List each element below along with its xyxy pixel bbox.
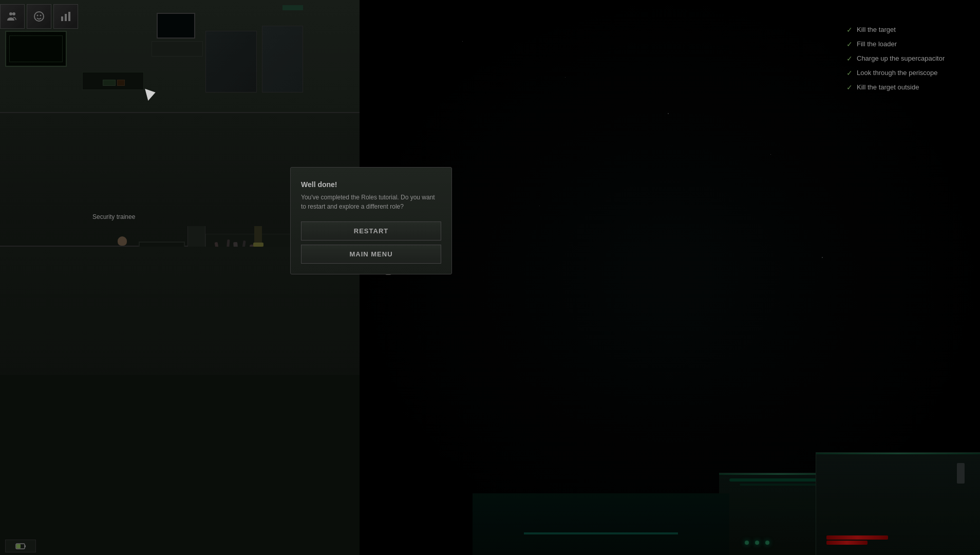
modal-backdrop — [0, 0, 980, 555]
